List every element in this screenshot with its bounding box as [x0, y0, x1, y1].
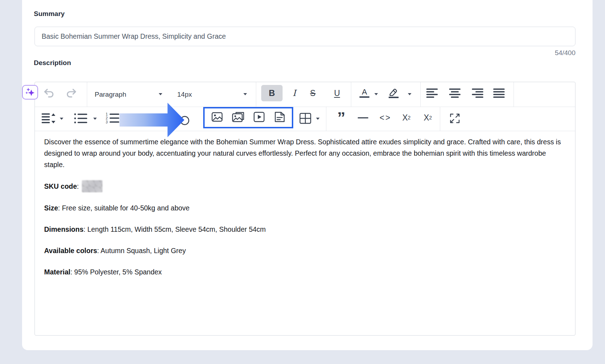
- subscript-base: X: [424, 113, 429, 123]
- insert-video-button[interactable]: [253, 111, 265, 124]
- toolbar-separator: [420, 82, 421, 107]
- code-button[interactable]: <>: [376, 109, 395, 126]
- feature-line-sku: SKU code:: [44, 180, 566, 192]
- description-label: Description: [34, 59, 71, 67]
- summary-char-counter: 54/400: [555, 49, 575, 57]
- toolbar-row-2: 1 2 3: [35, 107, 575, 131]
- chevron-down-icon[interactable]: [408, 93, 411, 95]
- image-icon: [211, 111, 223, 123]
- feature-label: Material: [44, 268, 70, 276]
- horizontal-rule-icon: [358, 117, 368, 118]
- feature-line-dimensions: Dimensions: Length 115cm, Width 55cm, Sl…: [44, 224, 566, 235]
- align-justify-icon: [493, 88, 506, 98]
- toolbar-separator: [326, 107, 326, 131]
- bullet-list-button[interactable]: [73, 110, 89, 127]
- numbered-list-button[interactable]: 1 2 3: [105, 110, 121, 127]
- feature-label: Available colors: [44, 247, 97, 255]
- paragraph-style-dropdown[interactable]: Paragraph: [95, 82, 126, 107]
- fullscreen-icon: [449, 113, 461, 124]
- undo-icon: [43, 88, 55, 98]
- rich-text-editor: Paragraph 14px B I S U A: [35, 82, 575, 336]
- chevron-down-icon[interactable]: [316, 118, 320, 120]
- bold-button[interactable]: B: [261, 85, 283, 101]
- align-justify-button[interactable]: [492, 85, 507, 101]
- ai-assistant-button[interactable]: [22, 85, 38, 100]
- label-separator: :: [77, 182, 81, 190]
- document-icon: [274, 111, 286, 123]
- chevron-down-icon[interactable]: [60, 118, 63, 120]
- redacted-sku-value: [82, 180, 102, 192]
- redo-button[interactable]: [63, 85, 79, 101]
- editor-content-area[interactable]: Discover the essence of summertime elega…: [35, 131, 575, 335]
- font-size-label: 14px: [177, 91, 192, 98]
- label-separator: :: [84, 225, 88, 233]
- sparkles-icon: [25, 87, 36, 97]
- page: { "page": { "background": "#e3e7f0", "ca…: [0, 0, 605, 364]
- align-right-button[interactable]: [470, 85, 486, 101]
- toolbar-separator: [256, 82, 256, 107]
- underline-button[interactable]: U: [329, 85, 345, 101]
- chevron-down-icon[interactable]: [93, 118, 97, 120]
- horizontal-rule-button[interactable]: [354, 109, 372, 126]
- svg-text:1: 1: [106, 113, 108, 116]
- line-height-button[interactable]: [41, 110, 57, 127]
- highlight-color-bar: [389, 97, 399, 98]
- feature-label: Size: [44, 204, 58, 212]
- insert-table-button[interactable]: [298, 110, 313, 127]
- subscript-button[interactable]: X2: [419, 109, 437, 126]
- align-left-button[interactable]: [425, 85, 441, 101]
- superscript-base: X: [402, 113, 407, 123]
- description-paragraph: Discover the essence of summertime elega…: [44, 136, 566, 170]
- image-gallery-icon: [232, 111, 244, 123]
- summary-input[interactable]: [35, 27, 575, 46]
- fullscreen-button[interactable]: [446, 110, 463, 127]
- redo-icon: [65, 88, 77, 98]
- insert-document-button[interactable]: [274, 111, 286, 124]
- toolbar-row-1: Paragraph 14px B I S U A: [35, 82, 575, 107]
- superscript-exponent: 2: [408, 115, 411, 121]
- table-icon: [299, 112, 312, 124]
- toolbar-separator: [351, 82, 351, 107]
- insert-gallery-button[interactable]: [232, 111, 244, 124]
- highlight-color-button[interactable]: [385, 85, 402, 101]
- numbered-list-icon: 1 2 3: [106, 113, 120, 124]
- strikethrough-button[interactable]: S: [305, 85, 321, 101]
- blockquote-icon: ”: [337, 112, 346, 123]
- font-size-dropdown[interactable]: 14px: [177, 82, 192, 107]
- blockquote-button[interactable]: ”: [333, 109, 349, 126]
- toolbar-separator: [440, 107, 440, 131]
- feature-value: Free size, suitable for 40-50kg and abov…: [62, 204, 190, 212]
- subscript-index: 2: [429, 115, 432, 121]
- paragraph-style-label: Paragraph: [95, 91, 126, 98]
- label-separator: :: [97, 247, 101, 255]
- undo-button[interactable]: [41, 85, 57, 101]
- superscript-button[interactable]: X2: [397, 109, 416, 126]
- align-left-icon: [426, 88, 439, 98]
- label-separator: :: [70, 268, 74, 276]
- chevron-down-icon[interactable]: [374, 93, 378, 95]
- toolbar-separator: [514, 82, 514, 107]
- align-right-icon: [472, 88, 485, 98]
- text-color-button[interactable]: A: [357, 85, 372, 101]
- feature-line-colors: Available colors: Autumn Squash, Light G…: [44, 245, 566, 256]
- feature-value: Autumn Squash, Light Grey: [101, 247, 186, 255]
- annotation-highlight-box: [203, 107, 293, 128]
- bullet-list-icon: [74, 113, 88, 124]
- label-separator: :: [58, 204, 62, 212]
- align-center-icon: [449, 88, 462, 98]
- feature-value: 95% Polyester, 5% Spandex: [74, 268, 162, 276]
- italic-button[interactable]: I: [286, 85, 302, 101]
- align-center-button[interactable]: [448, 85, 463, 101]
- chevron-down-icon[interactable]: [159, 93, 162, 95]
- text-color-bar: [359, 96, 369, 98]
- feature-line-material: Material: 95% Polyester, 5% Spandex: [44, 266, 566, 278]
- feature-line-size: Size: Free size, suitable for 40-50kg an…: [44, 202, 566, 214]
- insert-image-button[interactable]: [211, 111, 223, 124]
- video-icon: [253, 111, 265, 123]
- svg-text:3: 3: [106, 120, 108, 124]
- feature-value: Length 115cm, Width 55cm, Sleeve 54cm, S…: [87, 225, 265, 233]
- feature-label: SKU code: [44, 182, 77, 190]
- chevron-down-icon[interactable]: [243, 93, 247, 95]
- svg-text:2: 2: [106, 116, 108, 120]
- highlighter-pen-icon: [389, 88, 398, 96]
